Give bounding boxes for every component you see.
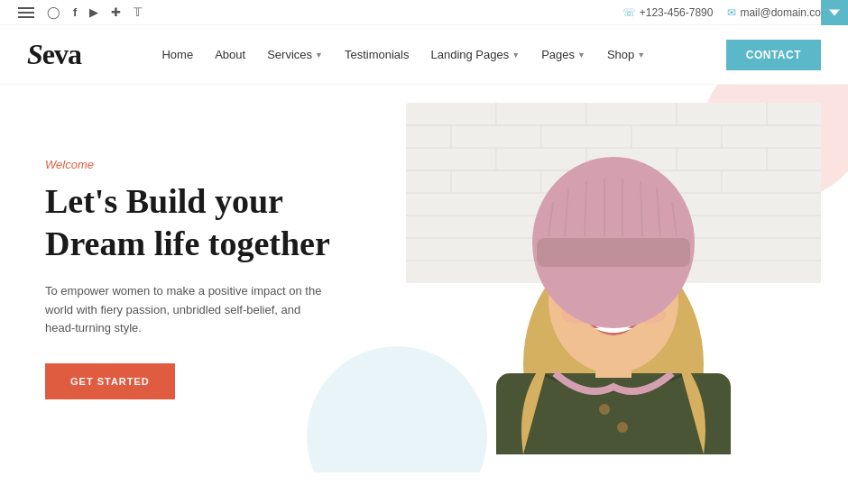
- nav-links: Home About Services ▼ Testimonials Landi…: [152, 42, 654, 67]
- nav-home[interactable]: Home: [152, 42, 202, 67]
- top-bar: ◯ f ▶ ✚ 𝕋 ☏ +123-456-7890 ✉ mail@domain.…: [0, 0, 848, 25]
- headline-line2: Dream life together: [45, 225, 330, 262]
- corner-dropdown-button[interactable]: [821, 0, 848, 25]
- svg-rect-35: [537, 238, 690, 267]
- nav-landing-pages[interactable]: Landing Pages ▼: [421, 42, 529, 67]
- hero-section: Welcome Let's Build your Dream life toge…: [0, 85, 848, 472]
- top-bar-right: ☏ +123-456-7890 ✉ mail@domain.com: [622, 6, 830, 19]
- hero-photo: [406, 103, 821, 454]
- hero-image: [379, 85, 848, 472]
- email-info: ✉ mail@domain.com: [727, 6, 830, 19]
- logo[interactable]: Seva: [27, 38, 81, 71]
- headline-line1: Let's Build your: [45, 182, 283, 220]
- phone-number: +123-456-7890: [640, 6, 714, 19]
- nav-pages[interactable]: Pages ▼: [532, 42, 595, 67]
- hero-text: Welcome Let's Build your Dream life toge…: [0, 140, 379, 417]
- instagram-icon[interactable]: ◯: [47, 5, 60, 19]
- phone-icon: ☏: [622, 6, 636, 19]
- twitter-icon[interactable]: 𝕋: [134, 5, 142, 19]
- hamburger-menu[interactable]: [18, 7, 34, 18]
- services-arrow: ▼: [315, 50, 323, 60]
- facebook-icon[interactable]: f: [73, 5, 77, 19]
- hero-subtext: To empower women to make a positive impa…: [45, 282, 334, 338]
- landing-arrow: ▼: [512, 50, 520, 60]
- shop-arrow: ▼: [637, 50, 645, 60]
- nav-shop[interactable]: Shop ▼: [598, 42, 654, 67]
- pages-arrow: ▼: [577, 50, 585, 60]
- svg-point-45: [617, 422, 628, 433]
- welcome-label: Welcome: [45, 158, 343, 171]
- nav-testimonials[interactable]: Testimonials: [336, 42, 419, 67]
- get-started-button[interactable]: GET STARTED: [45, 363, 175, 399]
- nav-services[interactable]: Services ▼: [258, 42, 332, 67]
- email-icon: ✉: [727, 6, 736, 19]
- svg-point-44: [599, 404, 610, 415]
- navbar: Seva Home About Services ▼ Testimonials …: [0, 25, 848, 85]
- email-address: mail@domain.com: [740, 6, 830, 19]
- nav-about[interactable]: About: [206, 42, 254, 67]
- phone-info: ☏ +123-456-7890: [622, 6, 714, 19]
- contact-button[interactable]: CONTACT: [726, 40, 821, 70]
- hero-headline: Let's Build your Dream life together: [45, 180, 343, 266]
- hero-photo-svg: [406, 103, 821, 454]
- top-bar-left: ◯ f ▶ ✚ 𝕋: [18, 5, 142, 19]
- pinterest-icon[interactable]: ✚: [111, 5, 121, 19]
- youtube-icon[interactable]: ▶: [89, 5, 98, 19]
